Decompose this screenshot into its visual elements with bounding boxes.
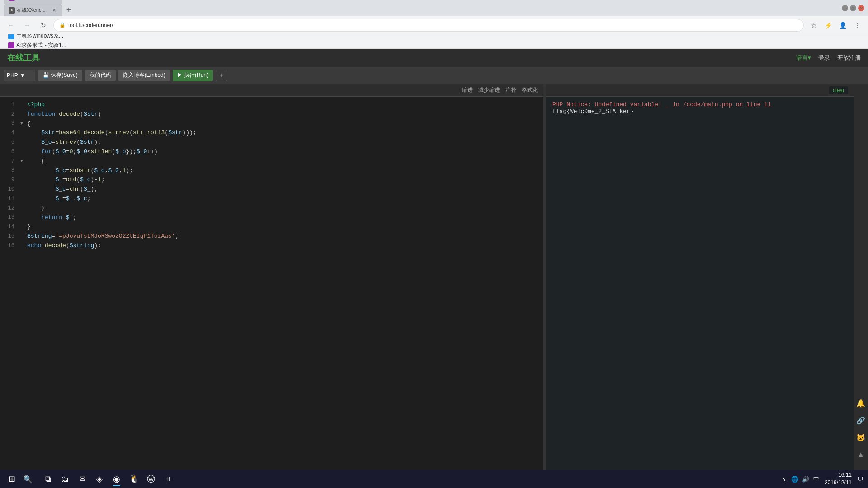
- forward-button[interactable]: →: [21, 19, 33, 32]
- login-button[interactable]: 登录: [818, 54, 830, 62]
- fold-arrow[interactable]: ▼: [18, 157, 25, 166]
- back-button[interactable]: ←: [5, 19, 17, 32]
- mycode-button[interactable]: 我的代码: [85, 70, 116, 81]
- address-bar[interactable]: 🔒 tool.lu/coderunner/: [53, 19, 804, 32]
- table-row[interactable]: <?php: [25, 100, 543, 110]
- toolbar-right: ☆ ⚡ 👤 ⋮: [807, 19, 863, 32]
- table-row[interactable]: for($_0=0;$_0<strlen($_o});$_0++): [25, 147, 543, 157]
- table-row[interactable]: $_c=chr($_);: [25, 185, 543, 194]
- fold-arrow: [18, 147, 25, 157]
- indent-button[interactable]: 缩进: [462, 86, 473, 94]
- search-button[interactable]: 🔍: [20, 471, 36, 487]
- comment-button[interactable]: 注释: [505, 86, 516, 94]
- clear-button[interactable]: clear: [829, 86, 848, 94]
- taskbar-task-view[interactable]: ⧉: [40, 471, 56, 487]
- code-area[interactable]: 12345678910111213141516 ▼▼ <?phpfunction…: [0, 97, 543, 470]
- language-button[interactable]: 语言▾: [796, 54, 811, 62]
- line-number: 6: [0, 147, 14, 157]
- minimize-button[interactable]: —: [842, 5, 848, 11]
- clock[interactable]: 16:11 2019/12/11: [825, 471, 852, 487]
- line-number: 2: [0, 110, 14, 119]
- fold-arrow: [18, 213, 25, 223]
- tray-volume[interactable]: 🔊: [801, 474, 810, 483]
- notification-icon[interactable]: 🔔: [854, 397, 867, 409]
- taskbar-explorer[interactable]: 🗂: [57, 471, 73, 487]
- save-button[interactable]: 💾 保存(Save): [38, 70, 82, 81]
- add-tab-button[interactable]: +: [216, 70, 227, 81]
- format-button[interactable]: 格式化: [522, 86, 538, 94]
- dropdown-icon: ▼: [20, 72, 25, 79]
- taskbar-chrome[interactable]: ◉: [108, 471, 125, 487]
- taskbar-wps[interactable]: Ⓦ: [143, 471, 159, 487]
- fold-arrow: [18, 138, 25, 147]
- profile-button[interactable]: 👤: [836, 19, 849, 32]
- table-row[interactable]: $_=ord($_c)-1;: [25, 175, 543, 185]
- fold-arrow[interactable]: ▼: [18, 119, 25, 129]
- fold-arrow: [18, 222, 25, 232]
- line-number: 8: [0, 166, 14, 176]
- line-number: 5: [0, 138, 14, 147]
- menu-button[interactable]: ⋮: [851, 19, 863, 32]
- bookmark-item-4[interactable]: 手机装windows系...: [5, 34, 70, 41]
- table-row[interactable]: return $_;: [25, 213, 543, 223]
- code-lines[interactable]: <?phpfunction decode($str){ $str=base64_…: [25, 97, 543, 470]
- notification-tray[interactable]: 🗨: [855, 474, 864, 483]
- table-row[interactable]: }: [25, 222, 543, 232]
- line-number: 11: [0, 194, 14, 204]
- table-row[interactable]: $str=base64_decode(strrev(str_rot13($str…: [25, 128, 543, 138]
- new-tab-button[interactable]: +: [62, 4, 75, 16]
- system-tray: ∧ 🌐 🔊 中: [779, 474, 821, 483]
- bookmark-label: 手机装windows系...: [16, 34, 63, 40]
- time-display: 16:11: [825, 471, 852, 479]
- bookmarks-bar: 📁应用GmailYouTube地图手机装windows系...A:求多形式 - …: [0, 34, 868, 49]
- table-row[interactable]: $_c=substr($_o,$_0,1);: [25, 166, 543, 176]
- scroll-top-icon[interactable]: ▲: [854, 448, 867, 461]
- page-content: 在线工具 语言▾ 登录 开放注册 PHP ▼ 💾 保存(Save) 我的代码 嵌…: [0, 49, 868, 470]
- unindent-button[interactable]: 减少缩进: [478, 86, 500, 94]
- table-row[interactable]: function decode($str): [25, 110, 543, 119]
- tab-close-tab9[interactable]: ✕: [51, 0, 57, 1]
- code-editor[interactable]: 缩进 减少缩进 注释 格式化 12345678910111213141516 ▼…: [0, 84, 543, 470]
- taskbar-edge[interactable]: ◈: [91, 471, 108, 487]
- taskbar-mail[interactable]: ✉: [74, 471, 90, 487]
- line-number: 16: [0, 241, 14, 251]
- right-sidebar: 🔔 🔗 🐱 ▲: [854, 84, 868, 470]
- site-logo: 在线工具: [7, 52, 40, 63]
- share-icon[interactable]: 🔗: [854, 414, 867, 427]
- address-text: tool.lu/coderunner/: [68, 22, 113, 28]
- extensions-button[interactable]: ⚡: [822, 19, 835, 32]
- tab-tab10[interactable]: X 在线XXenc... ✕: [4, 4, 62, 16]
- table-row[interactable]: {: [25, 157, 543, 166]
- tray-input-icon[interactable]: 中: [812, 474, 821, 483]
- tray-show-hidden[interactable]: ∧: [779, 474, 788, 483]
- tabs-container: H HK416No.1... ✕C CSDN-专业... ✕C 文章管理-CS.…: [4, 0, 836, 16]
- start-button[interactable]: ⊞: [4, 471, 20, 487]
- tab-close-tab10[interactable]: ✕: [51, 7, 57, 14]
- language-select[interactable]: PHP ▼: [4, 70, 35, 81]
- table-row[interactable]: $_=$_.$_c;: [25, 194, 543, 204]
- reload-button[interactable]: ↻: [37, 19, 50, 32]
- table-row[interactable]: }: [25, 204, 543, 213]
- table-row[interactable]: $_o=strrev($str);: [25, 138, 543, 147]
- register-button[interactable]: 开放注册: [837, 54, 861, 62]
- close-button[interactable]: ✕: [858, 5, 864, 11]
- bookmark-item-5[interactable]: A:求多形式 - 实验1...: [5, 41, 70, 49]
- tab-tab9[interactable]: Z Base32编码... ✕: [4, 0, 62, 4]
- embed-button[interactable]: 嵌入博客(Embed): [118, 70, 170, 81]
- user-icon[interactable]: 🐱: [854, 431, 867, 444]
- fold-arrow: [18, 166, 25, 176]
- table-row[interactable]: $string='=pJovuTsLMJoRSwozO2ZtEIqP1TozAa…: [25, 232, 543, 241]
- tray-network[interactable]: 🌐: [790, 474, 799, 483]
- output-top-bar: clear: [546, 84, 854, 97]
- fold-arrow: [18, 185, 25, 194]
- table-row[interactable]: {: [25, 119, 543, 129]
- bookmark-star-button[interactable]: ☆: [807, 19, 820, 32]
- fold-arrow: [18, 175, 25, 185]
- maximize-button[interactable]: □: [850, 5, 856, 11]
- taskbar-qq[interactable]: 🐧: [126, 471, 142, 487]
- taskbar-vscode[interactable]: ⌗: [160, 471, 176, 487]
- arrow-indicators: ▼▼: [18, 97, 25, 470]
- table-row[interactable]: echo decode($string);: [25, 241, 543, 251]
- output-panel: clear PHP Notice: Undefined variable: _ …: [546, 84, 854, 470]
- run-button[interactable]: ▶ 执行(Run): [173, 70, 213, 81]
